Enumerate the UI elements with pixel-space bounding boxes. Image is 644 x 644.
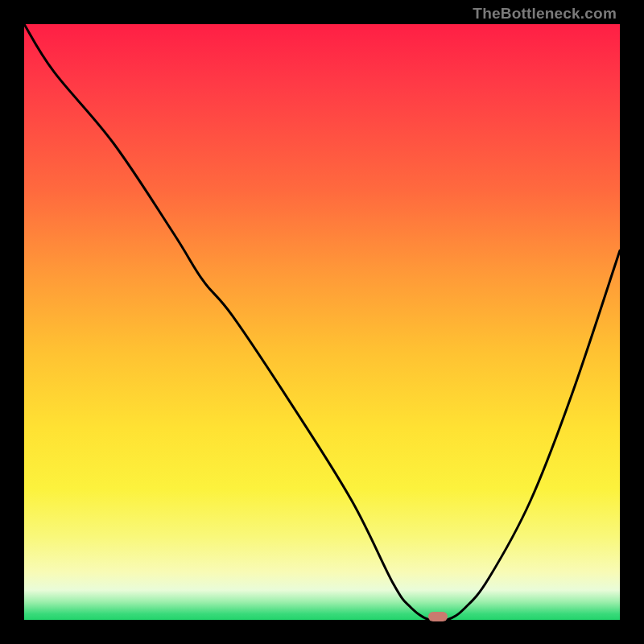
chart-frame: TheBottleneck.com: [0, 0, 644, 644]
bottleneck-curve: [24, 24, 620, 620]
watermark-text: TheBottleneck.com: [473, 5, 617, 23]
optimal-point-marker: [428, 612, 448, 621]
curve-path: [24, 24, 620, 621]
plot-area: [24, 24, 620, 620]
